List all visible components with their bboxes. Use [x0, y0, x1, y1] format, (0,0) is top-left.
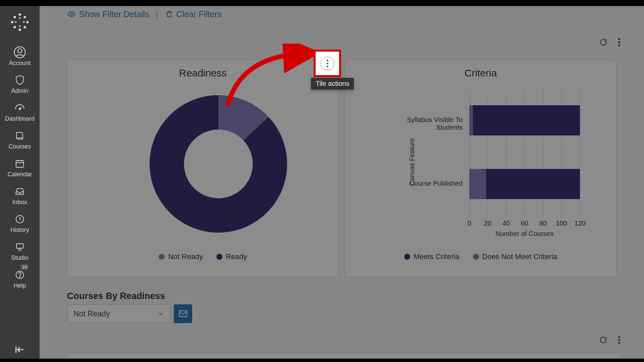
svg-point-23 — [618, 44, 620, 46]
bar-segment[interactable] — [486, 169, 580, 199]
nav-label: Studio — [11, 254, 28, 261]
clear-filters-label: Clear Filters — [176, 9, 222, 19]
calendar-icon — [14, 158, 26, 170]
help-icon — [14, 269, 26, 281]
nav-help[interactable]: 10 Help — [0, 265, 40, 293]
svg-point-20 — [70, 13, 73, 15]
clock-icon — [14, 213, 26, 225]
tile-actions-tooltip: Tile actions — [311, 78, 354, 89]
legend-label: Does Not Meet Criteria — [482, 252, 557, 261]
swatch-icon — [159, 254, 165, 260]
letterbox-bottom — [0, 359, 644, 362]
chevron-down-icon — [157, 310, 164, 317]
svg-point-21 — [618, 38, 620, 40]
bar-segment[interactable] — [473, 105, 580, 135]
dashboard-actions-top — [599, 38, 621, 47]
x-tick-label: 60 — [521, 220, 528, 227]
nav-dashboard[interactable]: Dashboard — [0, 99, 40, 126]
x-tick-label: 120 — [574, 220, 585, 227]
legend-not-ready[interactable]: Not Ready — [159, 252, 203, 261]
legend-ready[interactable]: Ready — [216, 252, 247, 261]
tile-actions-highlight — [314, 50, 341, 77]
dropdown-selected: Not Ready — [73, 309, 110, 318]
nav-history[interactable]: History — [0, 210, 40, 238]
filter-bar: Show Filter Details | Clear Filters — [67, 6, 221, 19]
clear-filters-link[interactable]: Clear Filters — [165, 9, 222, 19]
bar-category-label: Syllabus Visible To Students — [382, 116, 463, 131]
send-message-button[interactable] — [174, 304, 192, 323]
svg-point-3 — [26, 21, 29, 23]
nav-label: Courses — [8, 143, 31, 150]
svg-rect-17 — [16, 244, 23, 248]
criteria-bar-chart: Canvas Feature 020406080100120 Number of… — [382, 90, 596, 234]
criteria-legend: Meets Criteria Does Not Meet Criteria — [345, 252, 616, 261]
bar-segment[interactable] — [469, 169, 486, 199]
trash-icon — [165, 10, 173, 18]
nav-inbox[interactable]: Inbox — [0, 182, 40, 210]
svg-point-9 — [19, 25, 21, 27]
app-logo[interactable] — [8, 11, 31, 34]
x-tick-label: 100 — [556, 220, 567, 227]
svg-point-6 — [13, 26, 16, 28]
svg-point-0 — [18, 13, 21, 16]
envelope-icon — [178, 309, 188, 319]
annotation-arrow — [215, 44, 322, 111]
bar-segment[interactable] — [469, 105, 473, 135]
svg-point-19 — [19, 277, 20, 278]
svg-point-4 — [13, 16, 16, 18]
user-circle-icon — [14, 46, 26, 58]
svg-point-22 — [618, 41, 620, 43]
nav-label: Calendar — [7, 171, 32, 178]
readiness-legend: Not Ready Ready — [67, 252, 338, 261]
x-tick-label: 40 — [502, 220, 510, 227]
nav-label: History — [10, 227, 29, 234]
svg-point-7 — [23, 26, 26, 28]
show-filter-label: Show Filter Details — [79, 9, 149, 19]
inbox-icon — [14, 185, 26, 197]
show-filter-details-link[interactable]: Show Filter Details — [67, 9, 149, 19]
nav-label: Admin — [11, 87, 28, 95]
nav-admin[interactable]: Admin — [0, 71, 40, 99]
swatch-icon — [216, 254, 222, 260]
nav-account[interactable]: Account — [0, 43, 40, 71]
readiness-filter-dropdown[interactable]: Not Ready — [67, 304, 170, 323]
help-badge: 10 — [20, 264, 29, 270]
nav-label: Help — [13, 282, 26, 289]
legend-label: Not Ready — [168, 252, 203, 261]
x-tick-label: 20 — [484, 220, 491, 227]
legend-meets[interactable]: Meets Criteria — [404, 252, 460, 261]
svg-point-27 — [618, 342, 620, 344]
readiness-donut-chart — [150, 95, 287, 233]
separator: | — [156, 9, 158, 19]
svg-point-25 — [618, 336, 620, 338]
swatch-icon — [473, 254, 479, 260]
refresh-button[interactable] — [599, 336, 608, 344]
svg-point-13 — [18, 49, 22, 53]
svg-point-2 — [11, 21, 13, 23]
nav-label: Account — [9, 60, 31, 67]
svg-point-26 — [618, 339, 620, 341]
letterbox-top — [0, 0, 644, 6]
criteria-title: Criteria — [345, 67, 616, 79]
legend-not-meets[interactable]: Does Not Meet Criteria — [473, 252, 557, 261]
nav-studio[interactable]: Studio — [0, 238, 40, 265]
collapse-sidebar-button[interactable] — [0, 344, 40, 355]
bar-category-label: Course Published — [382, 180, 463, 187]
courses-by-readiness-heading: Courses By Readiness — [67, 291, 165, 301]
refresh-button[interactable] — [599, 38, 608, 47]
dashboard-actions-bottom — [599, 336, 621, 344]
x-tick-label: 80 — [539, 220, 547, 227]
kebab-menu-button[interactable] — [618, 336, 621, 344]
svg-point-5 — [23, 16, 26, 18]
x-axis-title: Number of Courses — [469, 230, 580, 238]
nav-courses[interactable]: Courses — [0, 126, 40, 154]
book-icon — [14, 130, 26, 142]
legend-label: Ready — [226, 252, 247, 261]
tile-actions-button[interactable] — [321, 57, 334, 70]
nav-calendar[interactable]: Calendar — [0, 154, 40, 182]
global-nav-sidebar: Account Admin Dashboard Courses — [0, 0, 40, 362]
swatch-icon — [404, 254, 410, 260]
nav-label: Dashboard — [5, 115, 35, 122]
presentation-icon — [14, 241, 26, 253]
kebab-menu-button[interactable] — [618, 38, 621, 47]
